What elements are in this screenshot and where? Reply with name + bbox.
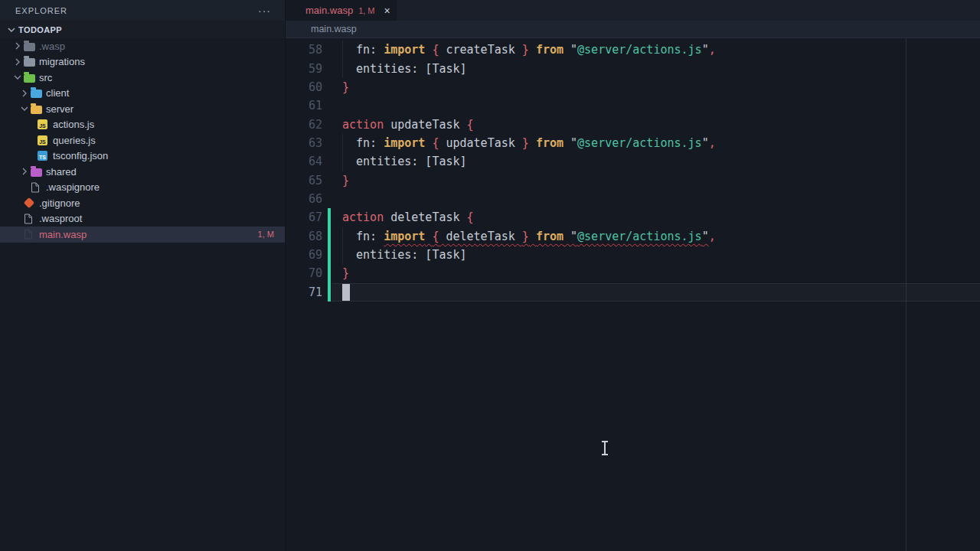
tree-item-dot-gitignore[interactable]: .gitignore (0, 195, 285, 211)
tab-problems-badge: 1, M (358, 6, 374, 15)
breadcrumb-item[interactable]: main.wasp (311, 24, 357, 34)
token-str: @server/actions.js (577, 230, 702, 243)
gutter-decoration (322, 283, 342, 302)
tree-item-label: tsconfig.json (53, 150, 108, 161)
line-number: 68 (285, 230, 322, 243)
chevron-down-icon (8, 26, 18, 34)
token-fg: deleteTask (384, 210, 466, 224)
token-fg: " (564, 43, 577, 57)
editor-area: main.wasp 1, M × main.wasp 58 fn: import… (285, 0, 980, 551)
code-text: } (342, 264, 349, 282)
code-text: action updateTask { (342, 115, 474, 133)
ibeam-mouse-cursor (601, 441, 609, 455)
more-actions-icon[interactable]: ··· (258, 7, 271, 15)
code-lines: 58 fn: import { createTask } from "@serv… (285, 41, 980, 302)
tree-item-src[interactable]: src (0, 70, 285, 86)
token-fg: updateTask (384, 118, 466, 132)
file-icon (31, 182, 44, 193)
tree-item-server[interactable]: server (0, 101, 285, 117)
code-text: entities: [Task] (342, 246, 467, 264)
token-red: , (709, 230, 716, 243)
code-line-66[interactable]: 66 (285, 190, 980, 208)
tree-item-label: actions.js (53, 119, 94, 130)
token-fg: " (702, 136, 709, 150)
chevron-down-icon (14, 73, 24, 81)
tree-item-label: .waspignore (46, 181, 100, 193)
token-red: } (522, 230, 529, 243)
code-line-69[interactable]: 69 entities: [Task] (285, 246, 980, 264)
code-text: fn: import { deleteTask } from "@server/… (342, 227, 716, 246)
token-fg (425, 230, 432, 243)
gutter-decoration (322, 134, 342, 152)
tree-item-queries.js[interactable]: JSqueries.js (0, 132, 285, 148)
gutter-decoration (322, 115, 342, 133)
code-line-65[interactable]: 65} (285, 171, 980, 190)
code-line-58[interactable]: 58 fn: import { createTask } from "@serv… (285, 41, 980, 59)
token-red: , (709, 136, 716, 150)
gutter-decoration (322, 96, 342, 115)
ts-file-icon: TS (38, 151, 51, 161)
tree-item-shared[interactable]: shared (0, 164, 285, 180)
gutter-decoration (322, 59, 342, 77)
gutter-decoration (322, 264, 342, 282)
code-line-59[interactable]: 59 entities: [Task] (285, 59, 980, 77)
token-fg: deleteTask (439, 230, 521, 243)
close-icon[interactable]: × (384, 5, 390, 16)
code-line-68[interactable]: 68 fn: import { deleteTask } from "@serv… (285, 227, 980, 246)
token-kw: import (384, 230, 425, 243)
tree-item-actions.js[interactable]: JSactions.js (0, 117, 285, 133)
gutter-decoration (322, 41, 342, 59)
code-line-63[interactable]: 63 fn: import { updateTask } from "@serv… (285, 134, 980, 152)
token-red: action (342, 118, 384, 132)
tree-item-label: client (46, 87, 69, 99)
code-line-67[interactable]: 67action deleteTask { (285, 208, 980, 227)
token-red: } (342, 266, 349, 280)
tree-item-label: queries.js (53, 135, 96, 146)
line-number: 69 (285, 248, 322, 262)
code-text: entities: [Task] (342, 152, 467, 171)
token-fg: createTask (439, 43, 521, 57)
tree-item-dot-wasp[interactable]: .wasp (0, 38, 285, 54)
tab-main-wasp[interactable]: main.wasp 1, M × (285, 0, 397, 21)
token-fg (529, 43, 536, 57)
tree-item-main.wasp[interactable]: main.wasp1, M (0, 227, 285, 243)
code-line-70[interactable]: 70} (285, 264, 980, 282)
tree-item-tsconfig.json[interactable]: TStsconfig.json (0, 148, 285, 165)
git-icon (24, 199, 37, 207)
line-number: 59 (285, 62, 322, 76)
line-number: 63 (285, 136, 322, 150)
tree-item-client[interactable]: client (0, 86, 285, 102)
tree-item-migrations[interactable]: migrations (0, 54, 285, 70)
code-line-71[interactable]: 71 (285, 283, 980, 302)
line-number: 60 (285, 80, 322, 94)
code-text: fn: import { updateTask } from "@server/… (342, 134, 716, 152)
code-line-60[interactable]: 60} (285, 78, 980, 96)
tree-item-dot-waspignore[interactable]: .waspignore (0, 180, 285, 196)
tree-item-label: .wasproot (39, 213, 82, 224)
code-editor[interactable]: 58 fn: import { createTask } from "@serv… (285, 38, 980, 551)
file-icon (24, 214, 37, 224)
code-text: fn: import { createTask } from "@server/… (342, 41, 716, 59)
folder-icon (31, 167, 44, 177)
code-line-62[interactable]: 62action updateTask { (285, 115, 980, 133)
code-line-64[interactable]: 64 entities: [Task] (285, 152, 980, 171)
chevron-down-icon (21, 105, 31, 112)
gutter-decoration (322, 152, 342, 171)
token-fg: " (564, 136, 577, 150)
token-red: { (432, 136, 439, 150)
token-fg: fn: (342, 136, 384, 150)
code-line-61[interactable]: 61 (285, 96, 980, 115)
line-number: 64 (285, 155, 322, 168)
folder-icon (31, 104, 44, 114)
token-str: @server/actions.js (577, 43, 702, 57)
chevron-right-icon (21, 90, 31, 97)
explorer-title: EXPLORER (15, 6, 67, 15)
workspace-root-row[interactable]: TODOAPP (0, 21, 285, 38)
token-kw: from (536, 136, 564, 150)
tree-item-dot-wasproot[interactable]: .wasproot (0, 211, 285, 227)
token-fg (425, 136, 432, 150)
line-number: 61 (285, 99, 322, 112)
folder-icon (24, 41, 37, 51)
tree-item-label: .gitignore (39, 197, 80, 209)
chevron-right-icon (14, 42, 24, 50)
